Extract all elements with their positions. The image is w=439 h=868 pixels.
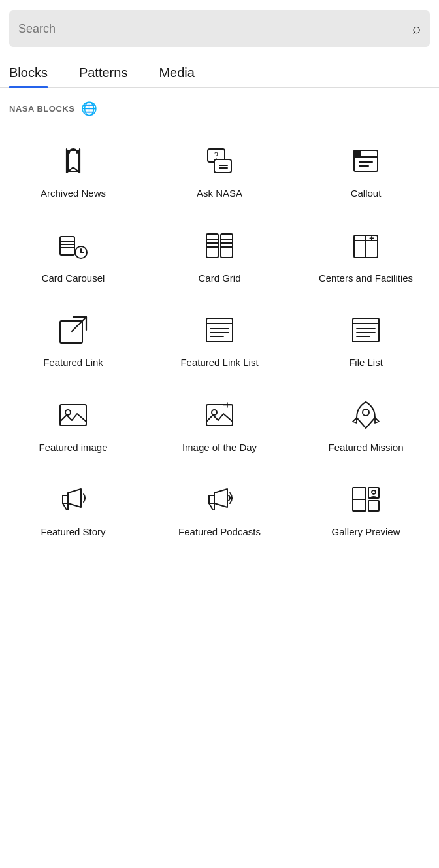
svg-rect-58 (368, 501, 379, 511)
featured-mission-icon (349, 398, 383, 432)
card-carousel-label: Card Carousel (42, 272, 105, 285)
gallery-preview-label: Gallery Preview (331, 526, 400, 539)
svg-rect-17 (206, 234, 218, 258)
block-callout[interactable]: Callout (293, 128, 439, 213)
featured-image-label: Featured image (39, 441, 107, 454)
tab-media[interactable]: Media (159, 59, 194, 87)
svg-line-31 (72, 317, 86, 331)
featured-image-icon (56, 398, 90, 432)
callout-icon (349, 144, 383, 178)
block-centers-and-facilities[interactable]: Centers and Facilities (293, 213, 439, 298)
section-label: NASA BLOCKS (9, 104, 74, 114)
search-icon: ⌕ (412, 20, 421, 37)
ask-nasa-icon: ? (203, 144, 236, 178)
featured-link-icon (56, 313, 90, 347)
svg-point-44 (65, 410, 71, 415)
block-image-of-the-day[interactable]: Image of the Day (146, 382, 293, 467)
blocks-grid: Archived News ? Ask NASA C (0, 122, 439, 558)
search-input[interactable] (18, 22, 412, 36)
centers-icon (349, 229, 383, 263)
block-card-carousel[interactable]: Card Carousel (0, 213, 146, 298)
svg-point-57 (372, 490, 376, 494)
block-featured-link-list[interactable]: Featured Link List (146, 297, 293, 382)
centers-label: Centers and Facilities (319, 272, 413, 285)
tab-patterns[interactable]: Patterns (79, 59, 127, 87)
svg-point-49 (363, 409, 369, 416)
file-list-label: File List (349, 356, 383, 369)
tab-blocks[interactable]: Blocks (9, 59, 48, 87)
file-list-icon (349, 313, 383, 347)
archived-news-icon (56, 144, 90, 178)
block-featured-mission[interactable]: Featured Mission (293, 382, 439, 467)
image-of-the-day-label: Image of the Day (182, 441, 257, 454)
block-featured-image[interactable]: Featured image (0, 382, 146, 467)
callout-label: Callout (351, 187, 382, 200)
section-header: NASA BLOCKS 🌐 (0, 88, 439, 122)
featured-link-list-icon (203, 313, 236, 347)
ask-nasa-label: Ask NASA (197, 187, 242, 200)
svg-rect-43 (60, 405, 86, 426)
svg-line-52 (209, 503, 213, 510)
block-featured-story[interactable]: Featured Story (0, 467, 146, 552)
svg-rect-9 (354, 150, 361, 157)
card-grid-label: Card Grid (198, 272, 240, 285)
block-featured-link[interactable]: Featured Link (0, 297, 146, 382)
block-gallery-preview[interactable]: Gallery Preview (293, 467, 439, 552)
svg-rect-21 (221, 234, 233, 258)
block-file-list[interactable]: File List (293, 297, 439, 382)
search-bar[interactable]: ⌕ (9, 10, 430, 47)
block-card-grid[interactable]: Card Grid (146, 213, 293, 298)
gallery-preview-icon (349, 482, 383, 516)
block-ask-nasa[interactable]: ? Ask NASA (146, 128, 293, 213)
svg-rect-32 (206, 318, 233, 342)
svg-rect-37 (353, 318, 379, 342)
svg-point-46 (212, 410, 217, 415)
block-archived-news[interactable]: Archived News (0, 128, 146, 213)
block-featured-podcasts[interactable]: Featured Podcasts (146, 467, 293, 552)
featured-podcasts-icon (203, 482, 236, 516)
featured-story-icon (56, 482, 90, 516)
featured-link-label: Featured Link (43, 356, 103, 369)
svg-line-50 (63, 503, 67, 510)
globe-icon: 🌐 (81, 101, 98, 116)
featured-link-list-label: Featured Link List (180, 356, 258, 369)
card-grid-icon (203, 229, 236, 263)
card-carousel-icon (56, 229, 90, 263)
svg-rect-10 (60, 237, 74, 255)
svg-rect-45 (206, 405, 233, 426)
featured-story-label: Featured Story (41, 526, 105, 539)
image-of-the-day-icon (203, 398, 236, 432)
tab-bar: Blocks Patterns Media (0, 59, 439, 88)
featured-mission-label: Featured Mission (328, 441, 403, 454)
featured-podcasts-label: Featured Podcasts (178, 526, 261, 539)
archived-news-label: Archived News (41, 187, 106, 200)
